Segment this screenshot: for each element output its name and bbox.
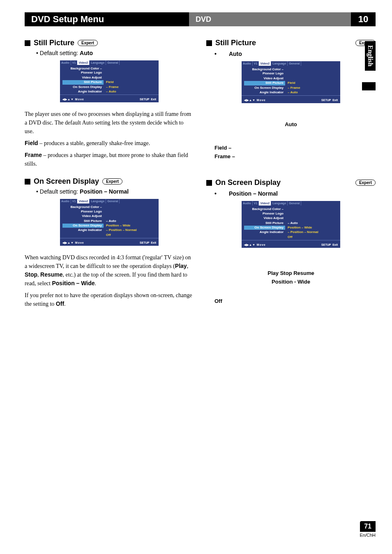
- section-still-picture: Still Picture Expert: [25, 39, 194, 47]
- osd-osd-label: On Screen Display: [244, 226, 285, 230]
- osd-tab-audio: Audio: [242, 201, 253, 205]
- osd-off: Off: [285, 235, 338, 239]
- osd-tab-language: Language: [271, 201, 288, 205]
- stop-label: Stop: [25, 271, 37, 278]
- osd-screenshot-osd-right: Audio V1 Video2 Language General Backgro…: [242, 201, 340, 248]
- osd-tab-video2: Video2: [259, 201, 271, 205]
- osd-tab-language: Language: [90, 60, 106, 65]
- right-column: Still Picture Expert • Auto Audio V1 Vid…: [206, 39, 376, 312]
- osd-ai-label: Angle Indicator: [244, 230, 285, 234]
- osd-ai-auto: – Auto: [285, 90, 338, 95]
- osd-footer-move: ◀▶▲▼ Move: [62, 241, 84, 245]
- left-column: Still Picture Expert • Default setting: …: [25, 39, 194, 312]
- bullet-dot: •: [214, 190, 217, 197]
- default-value: Position – Normal: [229, 190, 278, 197]
- osd-tab-audio: Audio: [242, 61, 253, 66]
- position-wide-label: Position – Wide: [52, 280, 95, 286]
- osd-bg: Background Color – Pioneer Logo: [62, 67, 104, 75]
- osd-screenshot-still-picture-right: Audio V1 Video2 Language General Backgro…: [242, 61, 340, 103]
- page-header: DVD Setup Menu DVD 10: [25, 12, 376, 26]
- para-text: .: [64, 301, 66, 307]
- osd-ai-label: Angle Indicator: [62, 228, 104, 232]
- para-frame: Frame – produces a sharper image, but mo…: [25, 151, 194, 168]
- osd-screenshot-still-picture-left: Audio V1 Video2 Language General Backgro…: [60, 60, 159, 102]
- osd-osd-label: On Screen Display: [62, 224, 104, 228]
- osd-va: Video Adjust: [62, 76, 104, 80]
- right-position-wide: Position - Wide: [214, 279, 367, 285]
- osd-osd-frame: – Frame: [104, 85, 156, 89]
- page-number: 71 En/ChH: [360, 521, 376, 538]
- section-title: Still Picture: [215, 39, 256, 47]
- page-number-box: 71: [360, 521, 376, 532]
- right-off-line: Off: [214, 298, 367, 304]
- osd-tab-video2: Video2: [77, 60, 90, 65]
- osd-footer-setup: SETUP: [140, 241, 149, 244]
- osd-tab-general: General: [288, 61, 301, 66]
- right-frame-line: Frame –: [214, 153, 367, 159]
- right-default-position-normal: • Position – Normal: [206, 190, 376, 197]
- osd-va: Video Adjust: [244, 216, 285, 220]
- default-label: • Default setting:: [36, 188, 80, 195]
- default-value: Auto: [229, 51, 242, 57]
- bullet-box-icon: [25, 179, 30, 185]
- frame-label: Frame: [25, 152, 42, 158]
- osd-bg: Background Color – Pioneer Logo: [244, 67, 285, 76]
- expert-pill: Expert: [78, 40, 98, 46]
- off-label: Off: [56, 300, 64, 307]
- osd-sp-field: Field: [285, 81, 338, 85]
- para-text: .: [95, 280, 97, 286]
- osd-footer-move: ◀▶▲▼ Move: [244, 243, 266, 247]
- expert-pill: Expert: [102, 178, 122, 185]
- header-gap: [271, 12, 351, 26]
- osd-va: Video Adjust: [244, 76, 285, 81]
- frame-text: – produces a sharper image, but more pro…: [25, 152, 188, 167]
- expert-pill: Expert: [355, 180, 376, 186]
- bullet-box-icon: [25, 40, 30, 46]
- osd-tab-general: General: [106, 60, 120, 65]
- osd-tab-audio: Audio: [60, 199, 71, 203]
- osd-footer-exit: Exit: [151, 98, 156, 101]
- section-title: On Screen Display: [34, 177, 99, 186]
- osd-footer-move: ◀▶▲▼ Move: [62, 98, 84, 101]
- osd-tab-v1: V1: [253, 201, 259, 205]
- section-title: On Screen Display: [215, 178, 281, 187]
- section-osd-right: On Screen Display Expert: [206, 178, 376, 187]
- osd-tab-audio: Audio: [60, 60, 71, 65]
- bullet-box-icon: [206, 40, 212, 46]
- section-title: Still Picture: [34, 39, 74, 47]
- osd-tab-v1: V1: [71, 60, 78, 65]
- para-osd-off: If you prefer not to have the operation …: [25, 291, 194, 308]
- osd-sp-field: Field: [104, 80, 156, 84]
- osd-sp-label: Still Picture: [62, 80, 104, 84]
- osd-va: Video Adjust: [62, 214, 104, 218]
- osd-footer-exit: Exit: [151, 241, 156, 244]
- osd-footer-setup: SETUP: [140, 98, 149, 101]
- play-label: Play: [175, 263, 187, 269]
- default-setting-line: • Default setting: Position – Normal: [36, 188, 194, 195]
- field-label: Field: [25, 140, 38, 146]
- osd-ai-auto: – Auto: [104, 90, 156, 94]
- header-title: DVD Setup Menu: [25, 12, 189, 26]
- field-text: – produces a stable, generally shake-fre…: [38, 140, 150, 146]
- para-text: ,: [187, 263, 189, 269]
- osd-sp-label: Still Picture: [244, 221, 285, 225]
- resume-label: Resume: [40, 271, 62, 278]
- osd-tab-language: Language: [271, 61, 288, 66]
- osd-osd-frame: – Frame: [285, 86, 338, 90]
- right-play-stop-resume: Play Stop Resume: [214, 270, 367, 276]
- osd-pos-wide: Position – Wide: [285, 226, 338, 230]
- osd-screenshot-osd-left: Audio V1 Video2 Language General Backgro…: [60, 199, 159, 246]
- osd-ai-label: Angle Indicator: [62, 90, 104, 94]
- para-text: If you prefer not to have the operation …: [25, 292, 192, 307]
- bullet-box-icon: [206, 180, 212, 186]
- osd-pos-wide: Position – Wide: [104, 224, 156, 228]
- osd-tab-v1: V1: [253, 61, 259, 66]
- right-field-line: Field –: [214, 145, 367, 151]
- side-tab-english: English: [365, 41, 376, 71]
- osd-tab-language: Language: [90, 199, 106, 203]
- osd-osd-label: On Screen Display: [244, 86, 285, 90]
- osd-bg: Background Color – Pioneer Logo: [244, 207, 285, 216]
- osd-tab-video2: Video2: [77, 199, 90, 203]
- osd-footer-exit: Exit: [332, 99, 338, 102]
- header-mid: DVD: [189, 12, 271, 26]
